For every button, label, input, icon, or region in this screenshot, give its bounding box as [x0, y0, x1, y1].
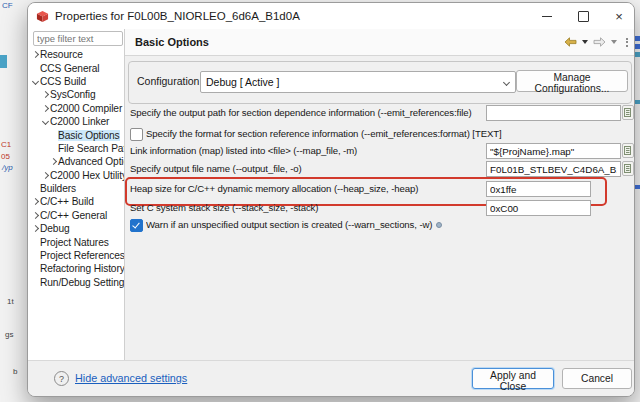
forward-dropdown-icon[interactable] [611, 40, 617, 44]
manage-configurations-button[interactable]: Manage Configurations... [516, 70, 628, 92]
maximize-icon[interactable] [576, 9, 590, 23]
sidebar-item-cpp-general[interactable]: C/C++ General [28, 209, 124, 222]
sidebar-item-label: Basic Options [58, 130, 120, 141]
emit-references-file-label: Specify the output path for section depe… [130, 107, 482, 118]
emit-references-format-checkbox[interactable] [130, 128, 143, 141]
sidebar-item-c2000-hex-utility[interactable]: C2000 Hex Utility [28, 169, 124, 182]
dialog-footer: ? Hide advanced settings Apply and Close… [28, 360, 634, 396]
sidebar-item-builders[interactable]: Builders [28, 182, 124, 195]
sidebar-item-cpp-build[interactable]: C/C++ Build [28, 195, 124, 208]
warn-sections-checkbox[interactable] [130, 219, 143, 232]
page-header: Basic Options [125, 29, 634, 56]
sidebar-item-label: Project References [40, 250, 125, 261]
background-code-fragment: 1t [7, 297, 14, 306]
chevron-right-icon[interactable] [41, 92, 50, 97]
sidebar-item-project-natures[interactable]: Project Natures [28, 235, 124, 248]
chevron-right-icon[interactable] [49, 159, 58, 164]
output-file-input[interactable] [486, 161, 621, 177]
background-code-fragment: b [13, 367, 17, 376]
ccs-cube-icon [36, 10, 49, 23]
page-nav-toolbar [564, 29, 628, 55]
sidebar-item-ccs-general[interactable]: CCS General [28, 61, 124, 74]
sidebar-item-debug[interactable]: Debug [28, 222, 124, 235]
properties-sidebar: Resource CCS General CCS Build SysConfig… [28, 29, 124, 361]
background-block [635, 185, 640, 189]
sidebar-item-c2000-compiler[interactable]: C2000 Compiler [28, 102, 124, 115]
sidebar-item-label: Debug [40, 223, 70, 234]
background-code-fragment: 05 [1, 152, 10, 161]
sidebar-item-label: Resource [40, 49, 83, 60]
sidebar-item-advanced-options[interactable]: Advanced Optic [28, 155, 124, 168]
sidebar-item-file-search-path[interactable]: File Search Path [28, 142, 124, 155]
background-block [0, 55, 7, 68]
sidebar-item-ccs-build[interactable]: CCS Build [28, 75, 124, 88]
chevron-down-icon[interactable] [41, 119, 50, 124]
sidebar-item-label: C2000 Hex Utility [50, 170, 127, 181]
chevron-right-icon[interactable] [31, 226, 40, 231]
configuration-select[interactable]: Debug [ Active ] [200, 71, 516, 93]
sidebar-item-run-debug-settings[interactable]: Run/Debug Settings [28, 276, 124, 289]
background-code-fragment: CF [2, 1, 13, 10]
sidebar-item-label: C2000 Compiler [50, 103, 122, 114]
warn-sections-label: Warn if an unspecified output section is… [146, 219, 616, 230]
sidebar-item-basic-options[interactable]: Basic Options [28, 128, 124, 141]
apply-and-close-button[interactable]: Apply and Close [472, 368, 554, 389]
chevron-down-icon [504, 80, 509, 85]
background-code-fragment: gs [5, 330, 13, 339]
sidebar-item-label: Builders [40, 183, 76, 194]
dialog-title: Properties for F0L00B_NIORLEO_6d6A_B1d0A [55, 10, 300, 22]
sidebar-item-project-references[interactable]: Project References [28, 249, 124, 262]
help-icon[interactable]: ? [54, 371, 69, 386]
sidebar-item-refactoring-history[interactable]: Refactoring History [28, 262, 124, 275]
dialog-titlebar[interactable]: Properties for F0L00B_NIORLEO_6d6A_B1d0A… [28, 3, 634, 29]
sidebar-item-label: C/C++ General [40, 210, 107, 221]
stack-size-input[interactable] [486, 200, 591, 216]
heap-size-input[interactable] [486, 181, 591, 197]
map-file-input[interactable] [486, 143, 621, 159]
variables-button[interactable] [622, 161, 634, 176]
background-code-fragment: C1 [1, 140, 11, 149]
filter-input[interactable] [33, 31, 123, 46]
sidebar-item-label: C/C++ Build [40, 196, 94, 207]
chevron-right-icon[interactable] [31, 213, 40, 218]
close-icon[interactable]: × [612, 9, 626, 23]
configuration-group: Configuration: Debug [ Active ] Manage C… [128, 61, 632, 104]
background-block [635, 100, 640, 104]
stack-size-label: Set C system stack size (--stack_size, -… [130, 202, 482, 213]
configuration-value: Debug [ Active ] [206, 76, 504, 88]
cancel-button[interactable]: Cancel [562, 368, 632, 389]
chevron-right-icon[interactable] [31, 52, 40, 57]
back-icon[interactable] [564, 33, 577, 51]
sidebar-item-label: Refactoring History [40, 263, 125, 274]
hide-advanced-settings-link[interactable]: Hide advanced settings [75, 372, 187, 384]
sidebar-item-c2000-linker[interactable]: C2000 Linker [28, 115, 124, 128]
chevron-right-icon[interactable] [41, 173, 50, 178]
output-file-label: Specify output file name (--output_file,… [130, 163, 482, 174]
sidebar-item-label: CCS Build [40, 76, 86, 87]
chevron-right-icon[interactable] [31, 199, 40, 204]
heap-size-label: Heap size for C/C++ dynamic memory alloc… [130, 183, 482, 194]
info-dot-icon [436, 222, 442, 228]
chevron-right-icon[interactable] [41, 106, 50, 111]
variables-button[interactable] [622, 143, 634, 158]
sidebar-item-label: Project Natures [40, 237, 109, 248]
view-menu-icon[interactable] [626, 38, 628, 47]
properties-tree: Resource CCS General CCS Build SysConfig… [28, 48, 124, 289]
sidebar-item-sysconfig[interactable]: SysConfig [28, 88, 124, 101]
chevron-down-icon[interactable] [31, 79, 40, 84]
sidebar-item-label: SysConfig [50, 89, 96, 100]
forward-icon[interactable] [593, 33, 606, 51]
variables-button[interactable] [622, 105, 634, 120]
emit-references-file-input[interactable] [486, 105, 621, 121]
sidebar-item-label: Advanced Optic [58, 156, 129, 167]
page-title: Basic Options [135, 36, 209, 48]
background-code-fragment: /yp [2, 163, 13, 172]
sidebar-item-label: CCS General [40, 63, 99, 74]
configuration-label: Configuration: [137, 75, 202, 87]
properties-dialog: Properties for F0L00B_NIORLEO_6d6A_B1d0A… [27, 2, 635, 397]
emit-references-format-label: Specify the format for section reference… [146, 128, 616, 139]
minimize-icon[interactable] [540, 9, 554, 23]
map-file-label: Link information (map) listed into <file… [130, 145, 482, 156]
back-dropdown-icon[interactable] [582, 40, 588, 44]
sidebar-item-resource[interactable]: Resource [28, 48, 124, 61]
